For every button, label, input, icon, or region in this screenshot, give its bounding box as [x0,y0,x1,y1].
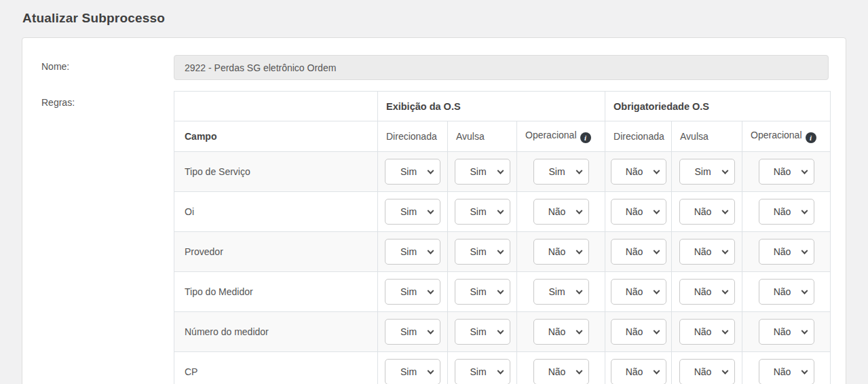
select-r0-exibicao-avulsa[interactable]: Sim [455,159,510,185]
select-r0-exibicao-direcionada[interactable]: Sim [385,159,440,185]
rule-cell: Não [605,312,672,352]
rule-cell: Não [605,272,672,312]
select-r2-exibicao-direcionada[interactable]: Sim [385,239,440,265]
rule-cell: Não [672,272,742,312]
select-r5-obrigatoriedade-direcionada[interactable]: Não [611,359,666,384]
nome-label: Nome: [41,55,174,72]
select-r1-obrigatoriedade-avulsa[interactable]: Não [679,199,735,225]
page-title: Atualizar Subprocesso [0,0,868,26]
rule-cell: Sim [378,232,448,272]
select-r2-exibicao-avulsa[interactable]: Sim [455,239,510,265]
rule-cell: Sim [448,192,517,232]
main-panel: Nome: Regras: Exibição da O.S Obrigatori… [22,37,846,384]
rule-cell: Não [672,352,742,384]
select-r1-obrigatoriedade-operacional[interactable]: Não [759,199,814,225]
rule-cell: Sim [448,152,517,192]
select-r0-obrigatoriedade-direcionada[interactable]: Não [611,159,666,185]
table-row-numero-do-medidor: Número do medidor Sim Sim Não Não Não Nã… [174,312,831,352]
col-header-obrigatoriedade-operacional: Operacional [742,121,831,152]
rule-cell: Não [605,192,672,232]
rule-cell: Não [672,232,742,272]
field-label: Número do medidor [174,312,378,352]
col-header-exibicao-operacional: Operacional [517,121,605,152]
select-r5-exibicao-direcionada[interactable]: Sim [385,359,440,384]
select-r1-exibicao-operacional[interactable]: Não [533,199,589,225]
select-r3-exibicao-direcionada[interactable]: Sim [385,279,440,305]
select-r3-obrigatoriedade-direcionada[interactable]: Não [611,279,666,305]
select-r3-exibicao-operacional[interactable]: Sim [533,279,589,305]
rules-table: Exibição da O.S Obrigatoriedade O.S Camp… [174,91,831,384]
select-r4-exibicao-operacional[interactable]: Não [533,319,589,345]
select-r0-obrigatoriedade-operacional[interactable]: Não [759,159,814,185]
select-r2-exibicao-operacional[interactable]: Não [533,239,589,265]
table-row-tipo-de-servico: Tipo de Serviço Sim Sim Sim Não Sim Não [174,152,831,192]
rule-cell: Sim [378,192,448,232]
field-label: Tipo de Serviço [174,152,378,192]
select-r2-obrigatoriedade-avulsa[interactable]: Não [679,239,735,265]
rule-cell: Não [672,312,742,352]
nome-form-row: Nome: [41,55,829,80]
info-icon[interactable] [580,132,591,143]
col-header-campo: Campo [174,121,378,152]
col-header-label: Operacional [525,130,577,140]
select-r5-exibicao-operacional[interactable]: Não [533,359,589,384]
nome-input[interactable] [174,55,829,80]
table-row-provedor: Provedor Sim Sim Não Não Não Não [174,232,831,272]
rule-cell: Não [742,272,831,312]
rule-cell: Sim [378,312,448,352]
rule-cell: Sim [448,272,517,312]
empty-header-cell [174,92,378,121]
rule-cell: Não [517,312,605,352]
select-r0-exibicao-operacional[interactable]: Sim [533,159,589,185]
rule-cell: Não [742,312,831,352]
select-r5-exibicao-avulsa[interactable]: Sim [455,359,510,384]
select-r1-obrigatoriedade-direcionada[interactable]: Não [611,199,666,225]
info-icon[interactable] [806,132,816,143]
rule-cell: Não [672,192,742,232]
table-row-tipo-do-medidor: Tipo do Medidor Sim Sim Sim Não Não Não [174,272,831,312]
rule-cell: Sim [378,272,448,312]
select-r1-exibicao-avulsa[interactable]: Sim [455,199,510,225]
select-r4-exibicao-direcionada[interactable]: Sim [385,319,440,345]
rule-cell: Não [605,232,672,272]
field-label: Tipo do Medidor [174,272,378,312]
regras-label: Regras: [41,91,174,108]
rule-cell: Não [605,152,672,192]
col-header-label: Operacional [751,130,802,140]
select-r5-obrigatoriedade-operacional[interactable]: Não [759,359,814,384]
rule-cell: Não [742,192,831,232]
select-r4-exibicao-avulsa[interactable]: Sim [455,319,510,345]
field-label: Provedor [174,232,378,272]
select-r2-obrigatoriedade-direcionada[interactable]: Não [611,239,666,265]
column-header-row: Campo Direcionada Avulsa Operacional Dir… [174,121,831,152]
select-r4-obrigatoriedade-direcionada[interactable]: Não [611,319,666,345]
rule-cell: Sim [672,152,742,192]
select-r4-obrigatoriedade-operacional[interactable]: Não [759,319,814,345]
rule-cell: Sim [378,152,448,192]
rule-cell: Sim [378,352,448,384]
table-row-oi: Oi Sim Sim Não Não Não Não [174,192,831,232]
select-r5-obrigatoriedade-avulsa[interactable]: Não [679,359,735,384]
rule-cell: Sim [517,272,605,312]
field-label: CP [174,352,378,384]
field-label: Oi [174,192,378,232]
select-r3-obrigatoriedade-avulsa[interactable]: Não [679,279,735,305]
select-r2-obrigatoriedade-operacional[interactable]: Não [759,239,814,265]
select-r4-obrigatoriedade-avulsa[interactable]: Não [679,319,735,345]
rule-cell: Não [605,352,672,384]
group-header-obrigatoriedade: Obrigatoriedade O.S [605,92,831,121]
select-r3-obrigatoriedade-operacional[interactable]: Não [759,279,814,305]
col-header-obrigatoriedade-direcionada: Direcionada [605,121,672,152]
rule-cell: Não [517,352,605,384]
select-r0-obrigatoriedade-avulsa[interactable]: Sim [679,159,735,185]
select-r3-exibicao-avulsa[interactable]: Sim [455,279,510,305]
rule-cell: Sim [448,312,517,352]
rule-cell: Sim [448,352,517,384]
col-header-obrigatoriedade-avulsa: Avulsa [672,121,742,152]
rule-cell: Sim [517,152,605,192]
group-header-exibicao: Exibição da O.S [378,92,605,121]
select-r1-exibicao-direcionada[interactable]: Sim [385,199,440,225]
rule-cell: Não [742,352,831,384]
group-header-row: Exibição da O.S Obrigatoriedade O.S [174,92,831,121]
rule-cell: Não [517,232,605,272]
